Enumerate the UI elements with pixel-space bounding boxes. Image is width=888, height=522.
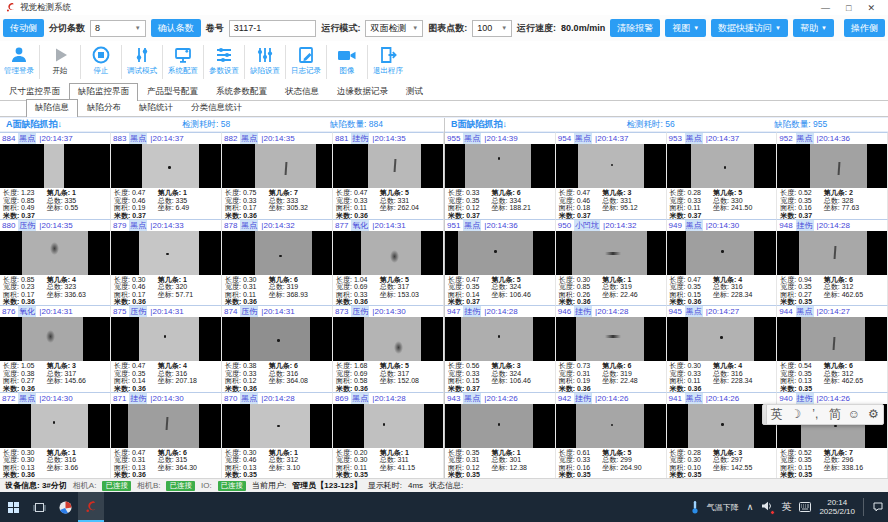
defect-image[interactable] <box>333 317 443 361</box>
ime-lang-toggle[interactable]: 英 <box>767 405 786 424</box>
defect-cell-880[interactable]: 880压伤|20:14:35长度: 0.85宽度: 0.23面积: 0.17米数… <box>0 219 111 306</box>
tab-缺陷监控界面[interactable]: 缺陷监控界面 <box>69 83 138 101</box>
defect-image[interactable] <box>556 404 666 448</box>
data-quick-access-button[interactable]: 数据快捷访问 ▼ <box>711 19 788 37</box>
defect-image[interactable] <box>556 231 666 275</box>
defect-cell-942[interactable]: 942挂伤|20:14:26长度: 0.61宽度: 0.33面积: 0.16米数… <box>556 392 667 479</box>
defect-image[interactable] <box>222 317 332 361</box>
action-play-button[interactable]: 开始 <box>43 42 77 76</box>
defect-image[interactable] <box>333 231 443 275</box>
action-sliderh-button[interactable]: 参数设置 <box>207 42 241 76</box>
defect-image[interactable] <box>445 144 555 188</box>
subtab-缺陷统计[interactable]: 缺陷统计 <box>130 99 182 116</box>
defect-cell-950[interactable]: 950小凹坑|20:14:32长度: 0.30宽度: 0.85面积: 0.26米… <box>556 219 667 306</box>
roll-number-input[interactable]: 3117-1 <box>229 20 317 37</box>
defect-cell-870[interactable]: 870黑点|20:14:28长度: 0.30宽度: 0.46面积: 0.13米数… <box>222 392 333 479</box>
touch-keyboard-icon[interactable] <box>799 502 811 512</box>
defect-image[interactable] <box>0 144 110 188</box>
subtab-缺陷分布[interactable]: 缺陷分布 <box>78 99 130 116</box>
defect-cell-877[interactable]: 877氧化|20:14:31长度: 1.04宽度: 0.69面积: 0.33米数… <box>333 219 444 306</box>
subtab-分类信息统计[interactable]: 分类信息统计 <box>182 99 251 116</box>
defect-image[interactable] <box>222 404 332 448</box>
tray-expand-icon[interactable]: ∧ <box>747 502 754 512</box>
defect-cell-951[interactable]: 951黑点|20:14:36长度: 0.47宽度: 0.35面积: 0.14米数… <box>445 219 556 306</box>
ime-punct-icon[interactable]: ’, <box>806 405 825 424</box>
panel-title[interactable]: B面缺陷抓拍↓ <box>451 118 507 131</box>
defect-cell-944[interactable]: 944黑点|20:14:27长度: 0.54宽度: 0.35面积: 0.13米数… <box>777 305 888 392</box>
defect-image[interactable] <box>111 404 221 448</box>
tab-产品型号配置[interactable]: 产品型号配置 <box>138 83 207 100</box>
tab-测试[interactable]: 测试 <box>397 83 432 100</box>
defect-cell-945[interactable]: 945黑点|20:14:27长度: 0.30宽度: 0.33面积: 0.11米数… <box>667 305 778 392</box>
clear-alarm-button[interactable]: 清除报警 <box>610 19 660 37</box>
ime-language-indicator[interactable]: 英 <box>781 500 791 514</box>
defect-image[interactable] <box>667 404 777 448</box>
volume-icon[interactable] <box>761 500 773 514</box>
action-sliderv-button[interactable]: 缺陷设置 <box>248 42 282 76</box>
help-menu-button[interactable]: 帮助 ▼ <box>793 19 834 37</box>
defect-image[interactable] <box>556 317 666 361</box>
defect-cell-884[interactable]: 884黑点|20:14:37长度: 1.23宽度: 0.85面积: 0.49米数… <box>0 132 111 219</box>
defect-image[interactable] <box>667 144 777 188</box>
taskbar-clock[interactable]: 20:14 2025/2/10 <box>819 498 855 516</box>
defect-cell-876[interactable]: 876氧化|20:14:31长度: 1.05宽度: 0.38面积: 0.27米数… <box>0 305 111 392</box>
defect-cell-941[interactable]: 941黑点|20:14:26长度: 0.28宽度: 0.30面积: 0.10米数… <box>667 392 778 479</box>
panel-title[interactable]: A面缺陷抓拍↓ <box>6 118 62 131</box>
defect-cell-947[interactable]: 947挂伤|20:14:28长度: 0.56宽度: 0.33面积: 0.15米数… <box>445 305 556 392</box>
defect-cell-878[interactable]: 878黑点|20:14:32长度: 0.30宽度: 0.31面积: 0.11米数… <box>222 219 333 306</box>
action-user-button[interactable]: 管理登录 <box>2 42 36 76</box>
action-tune-button[interactable]: 调试模式 <box>125 42 159 76</box>
operator-side-button[interactable]: 操作侧 <box>844 19 885 37</box>
defect-cell-883[interactable]: 883黑点|20:14:37长度: 0.47宽度: 0.46面积: 0.19米数… <box>111 132 222 219</box>
action-monitor-button[interactable]: 系统配置 <box>166 42 200 76</box>
start-button[interactable] <box>0 492 26 522</box>
task-view-button[interactable] <box>26 492 52 522</box>
tab-尺寸监控界面[interactable]: 尺寸监控界面 <box>0 83 69 100</box>
defect-cell-955[interactable]: 955黑点|20:14:39长度: 0.33宽度: 0.35面积: 0.12米数… <box>445 132 556 219</box>
defect-image[interactable] <box>0 404 110 448</box>
defect-image[interactable] <box>445 404 555 448</box>
weather-ticker[interactable]: 气温下降 <box>707 502 739 513</box>
action-center-icon[interactable] <box>872 501 884 513</box>
defect-cell-881[interactable]: 881挂伤|20:14:35长度: 0.47宽度: 0.33面积: 0.11米数… <box>333 132 444 219</box>
defect-cell-954[interactable]: 954黑点|20:14:37长度: 0.47宽度: 0.46面积: 0.18米数… <box>556 132 667 219</box>
tab-系统参数配置[interactable]: 系统参数配置 <box>207 83 276 100</box>
defect-cell-873[interactable]: 873压伤|20:14:30长度: 1.68宽度: 0.69面积: 0.58米数… <box>333 305 444 392</box>
defect-cell-871[interactable]: 871挂伤|20:14:30长度: 0.47宽度: 0.31面积: 0.13米数… <box>111 392 222 479</box>
maximize-icon[interactable]: □ <box>846 3 851 13</box>
drive-side-button[interactable]: 传动侧 <box>3 19 44 37</box>
defect-image[interactable] <box>111 231 221 275</box>
defect-image[interactable] <box>222 231 332 275</box>
ime-settings-gear-icon[interactable]: ⚙ <box>864 405 883 424</box>
action-stop-button[interactable]: 停止 <box>84 42 118 76</box>
action-log-button[interactable]: 日志记录 <box>289 42 323 76</box>
defect-cell-943[interactable]: 943黑点|20:14:26长度: 0.35宽度: 0.31面积: 0.12米数… <box>445 392 556 479</box>
defect-image[interactable] <box>777 317 887 361</box>
tab-边缘数据记录[interactable]: 边缘数据记录 <box>328 83 397 100</box>
browser-taskbar-icon[interactable] <box>52 492 78 522</box>
defect-cell-869[interactable]: 869黑点|20:14:28长度: 0.20宽度: 0.30面积: 0.11米数… <box>333 392 444 479</box>
minimize-icon[interactable]: — <box>821 3 830 13</box>
ime-toolbar[interactable]: 英☽’,简☺⚙ <box>762 404 884 425</box>
defect-image[interactable] <box>0 317 110 361</box>
confirm-count-button[interactable]: 确认条数 <box>151 19 201 37</box>
defect-image[interactable] <box>222 144 332 188</box>
action-camera-button[interactable]: 图像 <box>330 42 364 76</box>
defect-image[interactable] <box>333 404 443 448</box>
defect-cell-872[interactable]: 872黑点|20:14:30长度: 0.30宽度: 0.30面积: 0.13米数… <box>0 392 111 479</box>
defect-cell-875[interactable]: 875压伤|20:14:31长度: 0.47宽度: 0.35面积: 0.14米数… <box>111 305 222 392</box>
ime-emoji-icon[interactable]: ☺ <box>844 405 863 424</box>
inspection-app-taskbar-icon[interactable] <box>78 492 104 522</box>
ime-simplified-toggle[interactable]: 简 <box>825 405 844 424</box>
tab-状态信息[interactable]: 状态信息 <box>276 83 328 100</box>
close-icon[interactable]: ✕ <box>867 3 875 13</box>
view-menu-button[interactable]: 视图 ▼ <box>665 19 706 37</box>
defect-image[interactable] <box>777 144 887 188</box>
defect-image[interactable] <box>445 317 555 361</box>
defect-image[interactable] <box>0 231 110 275</box>
defect-image[interactable] <box>556 144 666 188</box>
defect-image[interactable] <box>445 231 555 275</box>
defect-cell-946[interactable]: 946挂伤|20:14:28长度: 0.73宽度: 0.31面积: 0.19米数… <box>556 305 667 392</box>
defect-cell-952[interactable]: 952黑点|20:14:36长度: 0.52宽度: 0.35面积: 0.16米数… <box>777 132 888 219</box>
defect-image[interactable] <box>111 144 221 188</box>
